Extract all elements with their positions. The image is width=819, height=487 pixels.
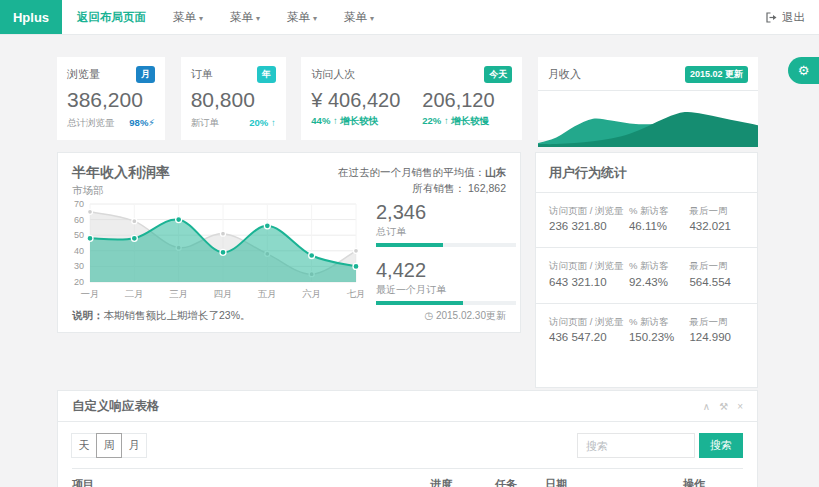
svg-text:30: 30 <box>74 261 84 271</box>
nav-menu-2-label: 菜单 <box>230 11 253 23</box>
all-sales-label: 所有销售： <box>413 182 466 194</box>
svg-text:一月: 一月 <box>81 288 100 299</box>
dashboard-page: Hplus 返回布局页面 菜单▾ 菜单▾ 菜单▾ 菜单▾ 退出 ⚙ 浏览量 月 … <box>0 0 819 487</box>
svg-text:50: 50 <box>74 230 84 240</box>
all-sales-value: 162,862 <box>468 182 506 194</box>
visits-count-value: 206,120 <box>422 89 494 112</box>
col-header-action: 操作 <box>683 477 743 487</box>
clock-icon: ◷ <box>424 310 433 321</box>
nav-menu-1-label: 菜单 <box>173 11 196 23</box>
svg-text:四月: 四月 <box>214 288 233 299</box>
nav-menu-4[interactable]: 菜单▾ <box>344 10 374 25</box>
svg-text:五月: 五月 <box>258 288 277 299</box>
svg-text:二月: 二月 <box>125 288 144 299</box>
visits-col-revenue: ¥ 406,420 44% ↑ 增长较快 <box>311 89 400 128</box>
visits-revenue-value: ¥ 406,420 <box>311 89 400 112</box>
collapse-icon[interactable]: ∧ <box>703 401 710 412</box>
chevron-down-icon: ▾ <box>199 14 203 23</box>
user-stats-row: 访问页面 / 浏览量436 547.20 % 新访客150.23% 最后一周12… <box>536 304 757 358</box>
orders-month-label: 最近一个月订单 <box>376 283 516 297</box>
table-header-row: 项目 进度 任务 日期 操作 <box>72 468 743 487</box>
tab-day[interactable]: 天 <box>71 433 97 458</box>
delta-value: 44% <box>311 115 330 126</box>
stat-card-pageviews: 浏览量 月 386,200 总计浏览量 98%⚡ <box>57 57 165 140</box>
user-stats-title: 用户行为统计 <box>536 153 757 193</box>
svg-text:六月: 六月 <box>302 288 321 299</box>
orders-value: 80,800 <box>191 88 276 112</box>
updated-stamp: ◷ 2015.02.30更新 <box>424 309 506 323</box>
stat-cell: % 新访客150.23% <box>629 315 689 343</box>
user-stats-panel: 用户行为统计 访问页面 / 浏览量236 321.80 % 新访客46.11% … <box>535 152 758 388</box>
stat-card-visits: 访问人次 今天 ¥ 406,420 44% ↑ 增长较快 206,120 22%… <box>301 57 522 140</box>
svg-text:60: 60 <box>74 215 84 225</box>
chevron-down-icon: ▾ <box>370 14 374 23</box>
nav-menu-3[interactable]: 菜单▾ <box>287 10 317 25</box>
nav-menu-3-label: 菜单 <box>287 11 310 23</box>
stat-value: 432.021 <box>689 220 744 232</box>
stat-label: 最后一周 <box>689 315 744 328</box>
tab-week[interactable]: 周 <box>96 433 122 458</box>
profit-line-chart: 203040506070一月二月三月四月五月六月七月 <box>64 196 364 306</box>
nav-menu-1[interactable]: 菜单▾ <box>173 10 203 25</box>
stat-value: 46.11% <box>629 220 689 232</box>
nav-menu-4-label: 菜单 <box>344 11 367 23</box>
stat-cell: 最后一周124.990 <box>689 315 744 343</box>
monthly-income-area-chart <box>538 96 758 147</box>
chevron-down-icon: ▾ <box>313 14 317 23</box>
updated-badge: 2015.02 更新 <box>685 66 748 83</box>
stat-cell: 访问页面 / 浏览量436 547.20 <box>549 315 629 343</box>
tab-month[interactable]: 月 <box>121 433 147 458</box>
card-title: 月收入 <box>548 67 581 82</box>
card-title: 访问人次 <box>311 67 355 82</box>
stat-value: 124.990 <box>689 331 744 343</box>
stat-value: 92.43% <box>629 276 689 288</box>
search-input[interactable] <box>577 433 695 458</box>
arrow-up-icon: ↑ <box>333 115 338 126</box>
stat-cell: 最后一周432.021 <box>689 204 744 232</box>
card-title: 订单 <box>191 67 213 82</box>
search-button[interactable]: 搜索 <box>699 433 743 458</box>
stat-label: % 新访客 <box>629 204 689 217</box>
avg-sales-region: 山东 <box>485 166 506 178</box>
wrench-icon[interactable]: ⚒ <box>719 401 728 412</box>
orders-month-bar-fill <box>376 301 463 305</box>
theme-settings-button[interactable]: ⚙ <box>788 57 819 84</box>
brand-logo[interactable]: Hplus <box>0 0 62 34</box>
arrow-up-icon: ↑ <box>271 117 276 128</box>
stat-label: 访问页面 / 浏览量 <box>549 259 629 272</box>
back-link[interactable]: 返回布局页面 <box>77 10 146 25</box>
footnote: 说明：本期销售额比上期增长了23%。 <box>72 309 251 323</box>
revenue-panel-heading: 半年收入利润率 市场部 <box>72 164 170 198</box>
period-badge-today: 今天 <box>484 66 512 83</box>
stat-value: 436 547.20 <box>549 331 629 343</box>
stat-card-orders: 订单 年 80,800 新订单 20% ↑ <box>181 57 286 140</box>
avg-sales-label: 在过去的一个月销售的平均值： <box>338 166 485 178</box>
stat-cell: 最后一周564.554 <box>689 259 744 287</box>
delta-value: 22% <box>422 115 441 126</box>
gear-icon: ⚙ <box>798 63 810 78</box>
logout-button[interactable]: 退出 <box>766 10 805 25</box>
stat-cell: % 新访客46.11% <box>629 204 689 232</box>
panel-title: 半年收入利润率 <box>72 164 170 182</box>
stat-label: 最后一周 <box>689 259 744 272</box>
nav-menu-2[interactable]: 菜单▾ <box>230 10 260 25</box>
visits-revenue-delta: 44% ↑ 增长较快 <box>311 115 400 128</box>
col-header-project: 项目 <box>72 477 430 487</box>
orders-label: 新订单 <box>191 117 220 130</box>
close-icon[interactable]: × <box>737 401 743 412</box>
delta-value: 20% <box>249 117 268 128</box>
delta-note: 增长较慢 <box>451 115 489 126</box>
delta-value: 98% <box>129 117 148 128</box>
delta-note: 增长较快 <box>340 115 378 126</box>
footnote-text: 本期销售额比上期增长了23%。 <box>104 309 251 321</box>
logout-label: 退出 <box>782 10 805 25</box>
table-search: 搜索 <box>577 433 743 458</box>
svg-text:三月: 三月 <box>169 288 188 299</box>
pageviews-label: 总计浏览量 <box>67 117 115 130</box>
stat-cell: 访问页面 / 浏览量643 321.10 <box>549 259 629 287</box>
user-stats-row: 访问页面 / 浏览量643 321.10 % 新访客92.43% 最后一周564… <box>536 248 757 303</box>
svg-text:20: 20 <box>74 277 84 287</box>
top-navbar: Hplus 返回布局页面 菜单▾ 菜单▾ 菜单▾ 菜单▾ 退出 <box>0 0 819 35</box>
stat-card-monthly-income: 月收入 2015.02 更新 <box>538 57 758 140</box>
bolt-icon: ⚡ <box>148 117 155 128</box>
